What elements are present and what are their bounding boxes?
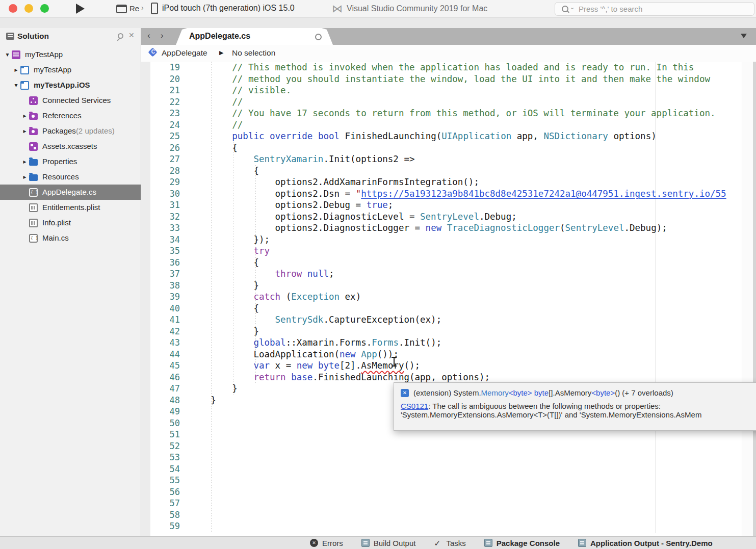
doc-icon — [484, 539, 492, 547]
statusbar-item-package-console[interactable]: Package Console — [484, 539, 560, 547]
close-icon[interactable]: ✕ — [128, 31, 135, 39]
code-line[interactable]: 42 } — [141, 326, 744, 337]
code-line[interactable]: 45 var x = new byte[2].AsMemory(); — [141, 360, 744, 372]
code-line[interactable]: 27 SentryXamarin.Init(options2 => — [141, 153, 744, 165]
code-line[interactable]: 39 catch (Exception ex) — [141, 291, 744, 303]
tab-overflow-icon[interactable] — [741, 34, 747, 38]
sidebar-item-appdelegate-cs[interactable]: AppDelegate.cs — [0, 185, 141, 200]
code-text: { — [189, 143, 238, 153]
configuration-selector[interactable]: Re — [129, 4, 139, 13]
code-line[interactable]: 29 options2.AddXamarinFormsIntegration()… — [141, 176, 744, 188]
code-line[interactable]: 54 — [141, 463, 744, 475]
code-line[interactable]: 23 // You have 17 seconds to return from… — [141, 108, 744, 119]
code-line[interactable]: 53 — [141, 452, 744, 463]
code-line[interactable]: 28 { — [141, 165, 744, 177]
code-line[interactable]: 44 LoadApplication(new App()); — [141, 349, 744, 360]
code-line[interactable]: 19 // This method is invoked when the ap… — [141, 62, 744, 73]
statusbar-item-application-output-sentry-demo[interactable]: Application Output - Sentry.Demo — [578, 539, 713, 547]
code-line[interactable]: 32 options2.DiagnosticLevel = SentryLeve… — [141, 211, 744, 223]
pin-icon[interactable] — [116, 32, 124, 40]
sidebar-item-properties[interactable]: ▸Properties — [0, 154, 141, 169]
sidebar-item-label: Info.plist — [42, 218, 71, 227]
solution-tree: ▾myTestApp▸myTestApp▾myTestApp.iOSConnec… — [0, 47, 141, 246]
navigate-forward-icon[interactable]: › — [161, 31, 164, 41]
code-line[interactable]: 58 — [141, 509, 744, 521]
breadcrumb-selection[interactable]: No selection — [232, 48, 275, 58]
sidebar-item-resources[interactable]: ▸Resources — [0, 169, 141, 185]
sidebar-item-info-plist[interactable]: Info.plist — [0, 215, 141, 230]
code-line[interactable]: 30 options2.Dsn = "https://5a193123a9b84… — [141, 188, 744, 200]
code-line[interactable]: 33 options2.DiagnosticLogger = new Trace… — [141, 222, 744, 234]
run-button[interactable] — [76, 4, 85, 14]
code-line[interactable]: 22 // — [141, 96, 744, 108]
disclosure-collapsed-icon[interactable]: ▸ — [20, 158, 29, 165]
disclosure-expanded-icon[interactable]: ▾ — [12, 82, 20, 89]
code-line[interactable]: 31 options2.Debug = true; — [141, 199, 744, 211]
configuration-icon — [116, 5, 127, 13]
sidebar-item-mytestapp-ios[interactable]: ▾myTestApp.iOS — [0, 77, 141, 93]
code-line[interactable]: 43 global::Xamarin.Forms.Forms.Init(); — [141, 337, 744, 349]
project-icon — [20, 66, 29, 74]
code-line[interactable]: 55 — [141, 475, 744, 486]
code-line[interactable]: 24 // — [141, 119, 744, 131]
sidebar-item-connected-services[interactable]: Connected Services — [0, 93, 141, 108]
tab-appdelegate[interactable]: AppDelegate.cs — [176, 28, 333, 45]
sidebar-item-mytestapp[interactable]: ▸myTestApp — [0, 62, 141, 77]
breadcrumb-class[interactable]: AppDelegate — [162, 48, 207, 58]
sidebar-item-label: Entitlements.plist — [42, 203, 100, 212]
sidebar-item-entitlements-plist[interactable]: Entitlements.plist — [0, 200, 141, 215]
code-line[interactable]: 37 throw null; — [141, 268, 744, 280]
close-window-button[interactable] — [9, 4, 17, 13]
disclosure-collapsed-icon[interactable]: ▸ — [20, 173, 29, 180]
tooltip-signature: (extension) System.Memory<byte> byte[].A… — [413, 388, 673, 397]
line-number: 59 — [141, 521, 180, 531]
disclosure-collapsed-icon[interactable]: ▸ — [20, 127, 29, 135]
doc-icon — [578, 539, 586, 547]
line-number: 53 — [141, 452, 180, 462]
zoom-window-button[interactable] — [40, 4, 49, 13]
code-editor[interactable]: 19 // This method is invoked when the ap… — [141, 62, 756, 536]
disclosure-expanded-icon[interactable]: ▾ — [3, 51, 12, 58]
line-number: 24 — [141, 120, 180, 130]
code-line[interactable]: 46 return base.FinishedLaunching(app, op… — [141, 372, 744, 383]
statusbar-item-build-output[interactable]: Build Output — [361, 539, 416, 547]
code-line[interactable]: 26 { — [141, 142, 744, 154]
folder-purple-icon — [29, 128, 38, 135]
statusbar-item-tasks[interactable]: Tasks — [434, 539, 465, 547]
code-line[interactable]: 34 }); — [141, 234, 744, 246]
code-line[interactable]: 41 SentrySdk.CaptureException(ex); — [141, 314, 744, 326]
line-number: 26 — [141, 143, 180, 153]
device-selector[interactable]: iPod touch (7th generation) iOS 15.0 — [162, 4, 295, 13]
navigate-back-icon[interactable]: ‹ — [147, 31, 150, 41]
sidebar-item-mytestapp[interactable]: ▾myTestApp — [0, 47, 141, 62]
code-line[interactable]: 35 try — [141, 245, 744, 257]
statusbar-item-errors[interactable]: Errors — [310, 539, 343, 547]
sidebar-item-packages[interactable]: ▸Packages (2 updates) — [0, 123, 141, 139]
error-code-link[interactable]: CS0121 — [401, 402, 428, 410]
code-line[interactable]: 36 { — [141, 257, 744, 269]
folder-purple-icon — [29, 113, 38, 120]
text-cursor — [390, 356, 398, 368]
search-input[interactable]: ⌄ Press '^,' to search — [555, 2, 754, 16]
code-line[interactable]: 52 — [141, 440, 744, 452]
sidebar-item-main-cs[interactable]: Main.cs — [0, 230, 141, 246]
sidebar-item-references[interactable]: ▸References — [0, 108, 141, 123]
solution-pad: Solution ✕ ▾myTestApp▸myTestApp▾myTestAp… — [0, 28, 141, 536]
code-line[interactable]: 21 // visible. — [141, 85, 744, 96]
disclosure-collapsed-icon[interactable]: ▸ — [12, 66, 20, 73]
code-line[interactable]: 59 — [141, 520, 744, 532]
code-text: SentrySdk.CaptureException(ex); — [189, 315, 441, 325]
code-line[interactable]: 56 — [141, 486, 744, 498]
disclosure-collapsed-icon[interactable]: ▸ — [20, 112, 29, 119]
code-text: global::Xamarin.Forms.Forms.Init(); — [189, 337, 441, 348]
code-line[interactable]: 25 public override bool FinishedLaunchin… — [141, 130, 744, 142]
code-line[interactable]: 57 — [141, 498, 744, 509]
line-number: 40 — [141, 303, 180, 313]
code-line[interactable]: 40 { — [141, 303, 744, 315]
editor-scrollbar[interactable] — [742, 62, 753, 536]
minimize-window-button[interactable] — [24, 4, 33, 13]
sidebar-item-assets-xcassets[interactable]: Assets.xcassets — [0, 139, 141, 154]
code-line[interactable]: 20 // method you should instantiate the … — [141, 73, 744, 85]
code-line[interactable]: 38 } — [141, 280, 744, 292]
code-text: options2.DiagnosticLogger = new TraceDia… — [189, 223, 667, 233]
